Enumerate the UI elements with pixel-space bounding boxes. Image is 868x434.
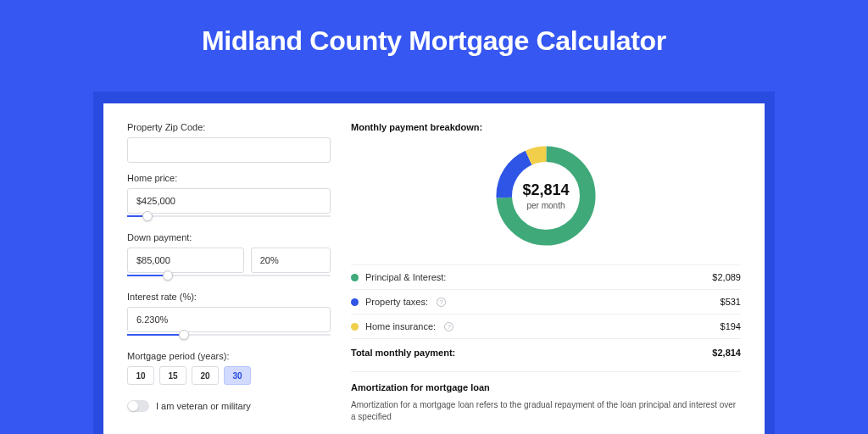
donut-center-value: $2,814: [522, 181, 569, 199]
legend-left: Property taxes: ?: [351, 297, 446, 307]
amortization-text: Amortization for a mortgage loan refers …: [351, 399, 741, 423]
slider-thumb[interactable]: [163, 270, 173, 281]
legend-value: $2,089: [712, 272, 741, 282]
amortization-title: Amortization for mortgage loan: [351, 371, 741, 392]
donut-center: $2,814 per month: [491, 141, 601, 251]
total-value: $2,814: [712, 348, 741, 358]
legend-left: Principal & Interest:: [351, 272, 446, 282]
info-icon[interactable]: ?: [437, 298, 446, 307]
total-row: Total monthly payment: $2,814: [351, 338, 741, 370]
period-option-15[interactable]: 15: [159, 366, 186, 385]
breakdown-title: Monthly payment breakdown:: [351, 122, 741, 132]
home-price-label: Home price:: [127, 173, 331, 183]
home-price-slider[interactable]: [127, 210, 331, 222]
legend-dot-icon: [351, 298, 359, 306]
zip-label: Property Zip Code:: [127, 122, 331, 132]
period-option-10[interactable]: 10: [127, 366, 154, 385]
legend-value: $194: [721, 321, 741, 331]
info-icon[interactable]: ?: [444, 322, 453, 331]
slider-thumb[interactable]: [179, 330, 189, 340]
zip-input[interactable]: [127, 137, 331, 163]
veteran-toggle[interactable]: [127, 400, 149, 412]
card-shadow: Property Zip Code: Home price: Down paym…: [93, 92, 775, 434]
interest-rate-slider[interactable]: [127, 329, 331, 341]
legend-dot-icon: [351, 323, 359, 331]
donut-chart-wrap: $2,814 per month: [351, 141, 741, 251]
mortgage-period-label: Mortgage period (years):: [127, 351, 331, 361]
calculator-card: Property Zip Code: Home price: Down paym…: [103, 103, 765, 434]
down-payment-slider[interactable]: [127, 270, 331, 281]
donut-chart: $2,814 per month: [491, 141, 601, 251]
period-option-30[interactable]: 30: [224, 366, 251, 385]
legend-value: $531: [721, 297, 741, 307]
veteran-row: I am veteran or military: [127, 400, 331, 412]
page-background: Midland County Mortgage Calculator Prope…: [0, 0, 868, 434]
donut-center-sub: per month: [526, 201, 565, 210]
inputs-column: Property Zip Code: Home price: Down paym…: [127, 122, 331, 434]
down-payment-label: Down payment:: [127, 232, 331, 242]
veteran-label: I am veteran or military: [156, 401, 251, 411]
interest-rate-label: Interest rate (%):: [127, 292, 331, 302]
slider-fill: [127, 275, 168, 276]
legend-dot-icon: [351, 274, 359, 281]
legend-left: Home insurance: ?: [351, 321, 453, 331]
total-label: Total monthly payment:: [351, 348, 455, 358]
legend-label: Property taxes:: [365, 297, 428, 307]
slider-thumb[interactable]: [142, 211, 153, 221]
period-option-20[interactable]: 20: [192, 366, 219, 385]
legend-row-insurance: Home insurance: ? $194: [351, 314, 741, 338]
page-title: Midland County Mortgage Calculator: [0, 0, 868, 57]
breakdown-column: Monthly payment breakdown: $2,814 per mo…: [351, 122, 741, 434]
legend-row-principal: Principal & Interest: $2,089: [351, 264, 741, 289]
legend-label: Home insurance:: [365, 321, 436, 331]
slider-fill: [127, 334, 184, 336]
legend-label: Principal & Interest:: [365, 272, 446, 282]
mortgage-period-group: 10 15 20 30: [127, 366, 331, 385]
legend-row-taxes: Property taxes: ? $531: [351, 289, 741, 314]
